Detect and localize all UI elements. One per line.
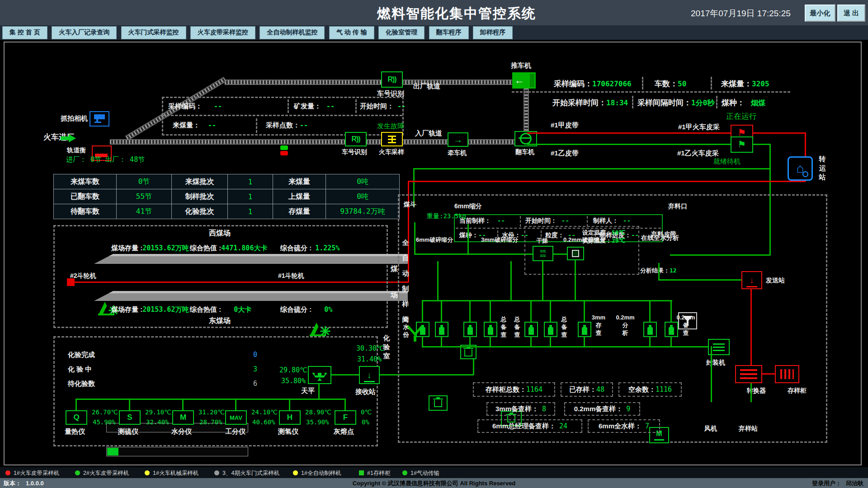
line bbox=[467, 224, 469, 255]
set-temp-value: 50℃ bbox=[612, 229, 625, 236]
line bbox=[670, 300, 672, 322]
receiver-icon[interactable]: ↓ bbox=[359, 366, 380, 384]
tab-gantry-sampling[interactable]: 火车门式采样监控 bbox=[121, 26, 186, 39]
run-start-value: 18:34 bbox=[606, 99, 628, 107]
east-sulfur-value: 0% bbox=[324, 305, 332, 314]
moisture-meter-icon[interactable]: M bbox=[172, 410, 194, 425]
receiver-humidity: 31.40% bbox=[357, 355, 382, 363]
line bbox=[753, 132, 806, 134]
pusher-icon[interactable] bbox=[512, 72, 536, 89]
waste-port-label: 弃料口 bbox=[668, 202, 687, 211]
crush6-icon[interactable] bbox=[429, 395, 448, 411]
line bbox=[414, 222, 415, 255]
tab-auto-prep[interactable]: 全自动制样机监控 bbox=[259, 26, 325, 39]
legend-label: 1#火车机械采样机 bbox=[153, 469, 198, 477]
exit-button[interactable]: 退 出 bbox=[837, 5, 865, 22]
sample-points-value: -- bbox=[300, 121, 308, 129]
progress-done-value: 0 bbox=[253, 351, 257, 359]
packer-label: 封装机 bbox=[706, 359, 725, 367]
moisture-meter-humidity: 28.70% bbox=[199, 418, 222, 426]
tab-entry-records[interactable]: 火车入厂记录查询 bbox=[52, 26, 117, 39]
line bbox=[711, 346, 712, 402]
line bbox=[469, 300, 471, 322]
stacker1-icon[interactable] bbox=[309, 316, 331, 337]
storage-water-cell: 6mm全水样：7 bbox=[588, 419, 660, 433]
bus-label-02mm-analysis: 0.2mm 分 析 bbox=[615, 314, 636, 337]
sampler-b-icon[interactable] bbox=[731, 136, 753, 153]
table-row: 待翻车数 41节 化验批次 1 存煤量 93784.2万吨 bbox=[54, 204, 400, 219]
coal-stats-table: 来煤车数 0节 来煤批次 1 来煤量 0吨 已翻车数 55节 制样批次 1 上煤… bbox=[53, 174, 400, 219]
cabinet-icon[interactable] bbox=[775, 365, 799, 383]
cell: 55节 bbox=[117, 189, 172, 204]
sulfur-meter-label: 测硫仪 bbox=[118, 427, 138, 436]
set-temp: 设定温度：50℃ bbox=[582, 229, 625, 237]
calorimeter-temp: 26.70℃ bbox=[92, 408, 118, 416]
sulfur-meter-icon[interactable]: S bbox=[119, 410, 141, 425]
actual-temp: 实际温度：29℃ bbox=[582, 237, 625, 245]
bus-label-moisture: 全 水 份 bbox=[401, 315, 411, 338]
train-sampler-icon[interactable] bbox=[381, 132, 403, 146]
sample-points-label: 采样点数：-- bbox=[266, 121, 308, 130]
tab-pneumatic[interactable]: 气 动 传 输 bbox=[329, 26, 374, 39]
tab-home[interactable]: 集 控 首 页 bbox=[2, 26, 47, 39]
transfer-station-icon[interactable] bbox=[788, 156, 813, 181]
storage-water-value: 7 bbox=[645, 422, 649, 430]
puller-icon[interactable] bbox=[448, 132, 468, 147]
legend-dot bbox=[5, 470, 10, 475]
header: 燃料智能化集中管控系统 2017年07月19日 17:25:25 最小化 退 出 bbox=[0, 0, 868, 25]
table-row: 来煤车数 0节 来煤批次 1 来煤量 0吨 bbox=[54, 174, 400, 189]
crush3-label: 3mm破碎缩分 bbox=[481, 236, 518, 244]
proximate-analyzer-icon[interactable]: MAV bbox=[225, 410, 247, 425]
cell: 上煤量 bbox=[273, 189, 326, 204]
hydrogen-meter-icon[interactable]: H bbox=[279, 410, 301, 425]
rfid-in-icon[interactable] bbox=[345, 132, 367, 146]
belt-b-line bbox=[527, 144, 731, 145]
crush02-icon[interactable] bbox=[567, 247, 584, 260]
dumper-label: 翻车机 bbox=[515, 148, 534, 156]
mine-qty-value: -- bbox=[326, 102, 335, 110]
gate-stats: 进厂： 0节 出厂： 48节 bbox=[66, 155, 145, 164]
line bbox=[670, 336, 672, 347]
legend-dot bbox=[214, 470, 219, 475]
tab-unload-program[interactable]: 卸样程序 bbox=[473, 26, 513, 39]
tab-dumper-program[interactable]: 翻车程序 bbox=[429, 26, 469, 39]
run-code-value: 170627066 bbox=[592, 80, 632, 88]
tab-belt-sampling[interactable]: 火车皮带采样监控 bbox=[190, 26, 255, 39]
minimize-button[interactable]: 最小化 bbox=[805, 5, 835, 22]
divider bbox=[355, 99, 357, 113]
sample-bottle-icon bbox=[416, 322, 429, 337]
sample-bottle-icon bbox=[643, 322, 657, 337]
legend-square bbox=[359, 470, 364, 475]
balance-icon[interactable] bbox=[308, 366, 331, 384]
ash-fusion-icon[interactable]: F bbox=[335, 410, 356, 425]
run-coal-value: 3205 bbox=[752, 80, 769, 88]
divider bbox=[512, 91, 790, 93]
rfid-out-icon[interactable] bbox=[381, 71, 403, 88]
line bbox=[441, 336, 442, 347]
dryer-icon[interactable]: ≈≈ ≈≈ bbox=[533, 246, 553, 261]
run-interval-value: 1分0秒 bbox=[691, 99, 714, 107]
copyright: Copyright © 武汉博晟信息科技有限公司 All Rights Rese… bbox=[253, 479, 615, 488]
train-in-arrow-bar bbox=[61, 136, 70, 140]
balance-humidity: 35.80% bbox=[281, 377, 306, 385]
tab-bar: 集 控 首 页 火车入厂记录查询 火车门式采样监控 火车皮带采样监控 全自动制样… bbox=[0, 25, 868, 40]
divider bbox=[587, 216, 588, 227]
hydrogen-meter-temp: 28.90℃ bbox=[305, 408, 331, 416]
divider bbox=[642, 77, 643, 89]
camera-icon[interactable] bbox=[90, 111, 109, 127]
progress-testing-bar bbox=[106, 447, 248, 456]
converter-label: 转换器 bbox=[747, 387, 766, 395]
running-status: 正在运行 bbox=[726, 111, 757, 122]
line bbox=[542, 261, 543, 301]
divider bbox=[711, 77, 712, 89]
east-store-value: 20153.62万吨 bbox=[142, 305, 189, 314]
bus-label-02mm-backup: 0.2mm 备 查 bbox=[675, 314, 696, 337]
line bbox=[437, 261, 439, 301]
belt-b-label: #1乙皮带 bbox=[551, 149, 579, 158]
tab-lab[interactable]: 化验室管理 bbox=[378, 26, 425, 39]
send-station-icon[interactable]: ↓ bbox=[741, 271, 762, 289]
proximate-analyzer-label: 工分仪 bbox=[225, 427, 245, 436]
east-heat-value: 0大卡 bbox=[234, 305, 251, 314]
calorimeter-icon[interactable]: Q bbox=[66, 410, 87, 425]
converter-icon[interactable] bbox=[735, 365, 762, 383]
